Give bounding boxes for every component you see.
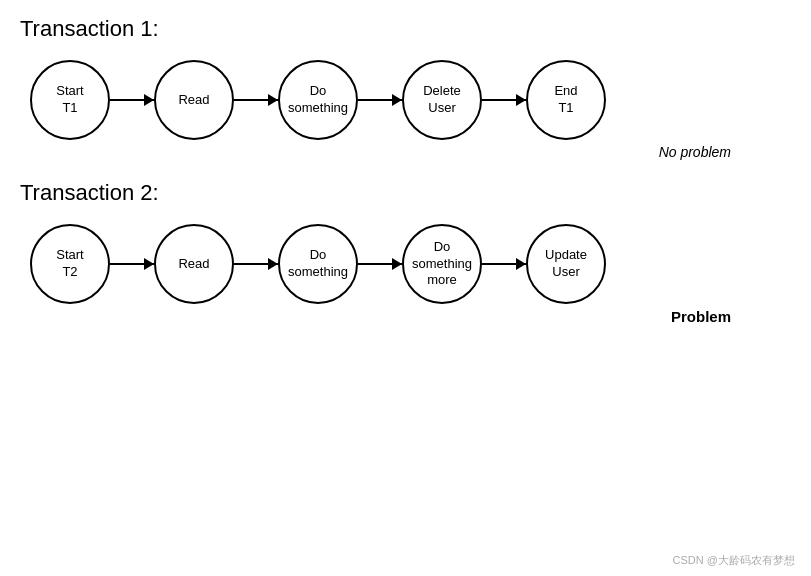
node-read-t2: Read <box>154 224 234 304</box>
node-do-something-more-t2: Dosomethingmore <box>402 224 482 304</box>
node-update-user-t2: UpdateUser <box>526 224 606 304</box>
transaction2-status: Problem <box>20 308 791 325</box>
transaction1-status: No problem <box>20 144 791 160</box>
node-do-something-t1: Dosomething <box>278 60 358 140</box>
transaction2-block: Transaction 2: StartT2 Read Dosomething … <box>20 180 791 325</box>
node-end-t1: EndT1 <box>526 60 606 140</box>
arrow-1-4 <box>482 99 526 101</box>
transaction1-title: Transaction 1: <box>20 16 791 42</box>
arrow-1-1 <box>110 99 154 101</box>
page: Transaction 1: StartT1 Read Dosomething … <box>0 0 811 576</box>
transaction2-title: Transaction 2: <box>20 180 791 206</box>
transaction1-flow: StartT1 Read Dosomething DeleteUser EndT… <box>20 60 791 140</box>
node-delete-user-t1: DeleteUser <box>402 60 482 140</box>
node-read-t1: Read <box>154 60 234 140</box>
arrow-1-2 <box>234 99 278 101</box>
node-start-t1: StartT1 <box>30 60 110 140</box>
arrow-2-3 <box>358 263 402 265</box>
transaction1-block: Transaction 1: StartT1 Read Dosomething … <box>20 16 791 160</box>
arrow-2-2 <box>234 263 278 265</box>
watermark: CSDN @大龄码农有梦想 <box>673 553 795 568</box>
arrow-1-3 <box>358 99 402 101</box>
arrow-2-1 <box>110 263 154 265</box>
transaction2-flow: StartT2 Read Dosomething Dosomethingmore… <box>20 224 791 304</box>
node-do-something-t2: Dosomething <box>278 224 358 304</box>
node-start-t2: StartT2 <box>30 224 110 304</box>
arrow-2-4 <box>482 263 526 265</box>
